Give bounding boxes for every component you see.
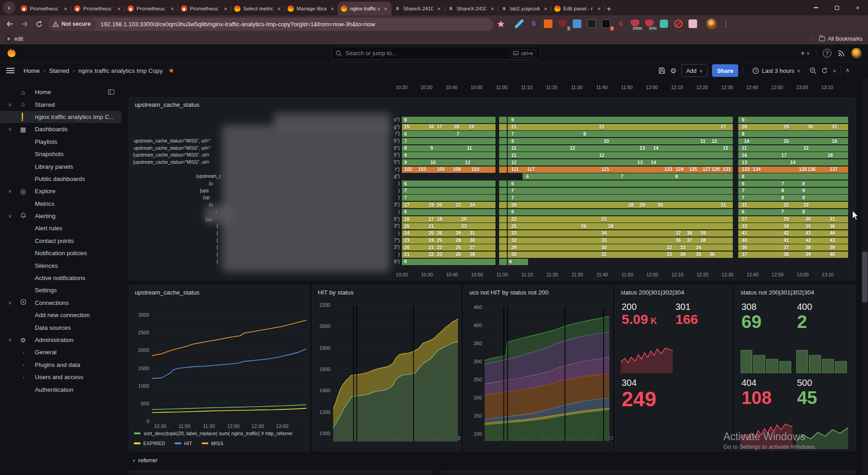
zoom-out-icon[interactable] [809,67,816,74]
panel-status-200[interactable]: status 200|301|302|304 2005.09 K30116630… [615,285,732,451]
breadcrumb-home[interactable]: Home [24,67,40,74]
sidebar-item-metrics[interactable]: Metrics [0,198,128,210]
sidebar-item-library-panels[interactable]: Library panels [0,160,128,172]
browser-tab-lab2-yuipcoder[interactable]: Slab2.yuipcoder× [498,2,552,15]
breadcrumb-starred[interactable]: Starred [49,67,69,74]
tab-close-icon[interactable]: × [596,5,602,12]
chevron-down-icon[interactable]: ∨ [6,126,14,132]
chevron-down-icon[interactable]: ∨ [6,102,14,108]
forward-button[interactable] [19,19,30,29]
refresh-interval-chevron[interactable]: ∨ [833,68,836,73]
browser-tab-prometheus-tim[interactable]: Prometheus Tim× [71,2,125,15]
adguard-extension-icon[interactable]: 232m [631,19,640,29]
save-dashboard-icon[interactable] [658,67,665,74]
row-referrer[interactable]: ∨ referrer [132,457,157,464]
browser-tab-prometheus-tim[interactable]: Prometheus Tim× [178,2,231,15]
sidebar-item-users-and-access[interactable]: ›Users and access [0,371,128,383]
legend-item-hit[interactable]: HIT [175,441,192,446]
blocker-extension-icon[interactable] [674,19,684,29]
chevron-right-icon[interactable]: › [20,362,27,367]
sidebar-item-connections[interactable]: ∨Connections [0,297,128,309]
add-panel-button[interactable]: Add∨ [681,64,708,77]
time-range-picker[interactable]: Last 3 hours∨ [748,64,805,77]
sidebar-item-explore[interactable]: ∨◎Explore [0,185,128,197]
browser-tab-manage-library[interactable]: Manage library× [285,2,338,15]
tab-search-button[interactable]: ∨ [3,1,15,14]
panel-hit-by-status[interactable]: HIT by status 22002000180016001400120010… [312,285,461,451]
notebook-black-extension-icon[interactable] [587,19,597,29]
tab-close-icon[interactable]: × [489,5,495,12]
browser-tab-sharex-241014[interactable]: SShareX-241014× [445,2,498,15]
bookmark-star-icon[interactable] [497,20,505,28]
scrollbar-thumb[interactable] [862,252,868,302]
window-minimize-button[interactable] [806,0,826,15]
screenshot-extension-icon[interactable] [544,19,553,29]
panel-upstream-cache-status-timeline[interactable]: upstream_cache_status o"}g"}l"}upstream_… [129,97,856,280]
search-input[interactable]: Search or jump to... ctrl+k [331,47,540,60]
all-bookmarks-button[interactable]: All Bookmarks [812,36,863,42]
chevron-down-icon[interactable]: ∨ [6,300,14,306]
favorite-star-icon[interactable]: ★ [168,66,174,75]
clipboard-extension-icon[interactable] [689,19,698,29]
browser-tab-sharex-241014[interactable]: SShareX-241014× [392,2,445,15]
sidebar-item-settings[interactable]: Settings [0,284,128,296]
mail-black-extension-icon[interactable]: 1 [602,19,611,29]
tab-close-icon[interactable]: × [542,5,549,12]
highlighter-extension-icon[interactable] [515,19,524,29]
adguard2-extension-icon[interactable]: 67m [645,19,655,29]
tab-close-icon[interactable]: × [382,5,389,12]
notes-teal-extension-icon[interactable] [660,19,669,29]
sidebar-item-alert-rules[interactable]: Alert rules [0,222,128,234]
sidebar-item-authentication[interactable]: Authentication [0,383,128,395]
sidebar-item-silences[interactable]: Silences [0,259,128,271]
sidebar-item-alerting[interactable]: ∨Alerting [0,210,128,222]
user-avatar[interactable] [851,48,862,58]
seo-extension-icon[interactable]: S [616,19,626,29]
panel-upstream-cache-status-graph[interactable]: upstream_cache_status 300025002000150010… [129,285,310,451]
sidebar-item-home[interactable]: ⌂Home [0,86,128,98]
chevron-down-icon[interactable]: ∨ [6,337,14,343]
panel-ucs-not-hit[interactable]: ucs not HIT by status not 200 4504003503… [463,285,613,451]
new-tab-button[interactable]: + [607,5,611,14]
sidebar-item-public-dashboards[interactable]: Public dashboards [0,173,128,185]
browser-tab-prometheus-tim[interactable]: Prometheus Tim× [18,2,71,15]
chevron-right-icon[interactable]: › [20,375,27,380]
dashboard-settings-icon[interactable]: ⚙ [670,66,676,75]
sidebar-item-playlists[interactable]: Playlists [0,136,128,148]
browser-tab-select-metric[interactable]: Select metric -× [231,2,285,15]
bookmark-edit[interactable]: S edit [5,36,23,42]
sidebar-item-notification-policies[interactable]: Notification policies [0,247,128,259]
tab-close-icon[interactable]: × [62,5,69,12]
docs-extension-icon[interactable] [573,19,582,29]
help-icon[interactable]: ? [823,49,831,57]
sidebar-item-snapshots[interactable]: Snapshots [0,148,128,160]
sidebar-item-administration[interactable]: ∨⚙Administration [0,334,128,346]
tab-close-icon[interactable]: × [329,5,335,12]
legend-item-expired[interactable]: EXPIRED [134,441,165,446]
add-menu-button[interactable]: +∨ [801,49,810,58]
tab-close-icon[interactable]: × [436,5,442,12]
window-maximize-button[interactable] [826,0,847,15]
address-bar[interactable]: Not secure 192.168.1.103:3300/d/ce0qm3hu… [48,18,493,31]
mega-menu-icon[interactable] [6,68,14,73]
partial-panel[interactable] [441,470,856,475]
chevron-down-icon[interactable]: ∨ [6,188,14,194]
kiosk-chevron-up-icon[interactable]: ∨ [845,67,850,74]
browser-menu-icon[interactable]: ⋮ [721,20,731,28]
tab-close-icon[interactable]: × [222,5,229,12]
window-close-button[interactable]: × [847,0,868,15]
sidebar-item-starred[interactable]: ∨☆Starred [0,98,128,110]
legend-query[interactable]: sort_desc(topk(20, label_replace( sum( n… [144,431,292,436]
sidebar-item-data-sources[interactable]: Data sources [0,321,128,333]
chevron-right-icon[interactable]: › [20,350,27,355]
browser-tab-nginx-traffic-an[interactable]: nginx traffic an× [338,2,392,15]
grafana-logo[interactable] [6,48,17,58]
legend-item-miss[interactable]: MISS [202,441,223,446]
sidebar-item-contact-points[interactable]: Contact points [0,235,128,247]
chevron-down-icon[interactable]: ∨ [6,213,14,219]
sidebar-item-nginx-traffic-analytics-tmp-c[interactable]: nginx traffic analytics tmp C... [0,111,122,123]
page-scrollbar[interactable] [862,79,868,475]
back-button[interactable] [5,19,15,29]
sidebar-item-dashboards[interactable]: ∨▦Dashboards [0,123,128,135]
vpn-shield-extension-icon[interactable]: 1 [558,19,568,29]
